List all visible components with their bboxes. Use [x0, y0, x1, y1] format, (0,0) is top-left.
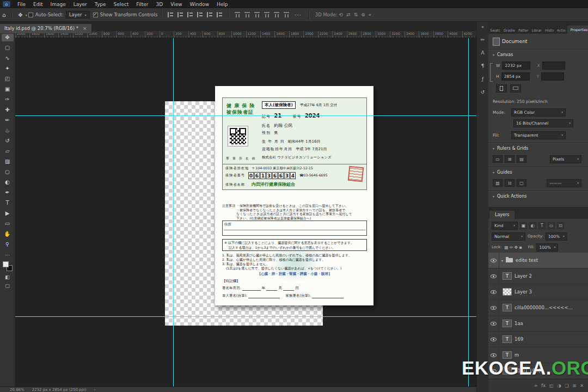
brush-tool[interactable]: ✏ — [2, 117, 14, 124]
layer-row[interactable]: Layer 3 — [488, 284, 588, 300]
horizontal-guide-top[interactable] — [15, 115, 476, 116]
add-layer-mask-icon[interactable]: ◱ — [549, 383, 554, 388]
visibility-toggle[interactable] — [488, 332, 499, 347]
blur-tool[interactable]: ○ — [2, 168, 14, 176]
pen-tool[interactable]: ✒ — [2, 189, 14, 197]
layer-row[interactable]: ▾edite text — [488, 253, 588, 268]
visibility-toggle[interactable] — [488, 316, 499, 331]
menu-help[interactable]: Help — [213, 2, 232, 7]
align-left-icon[interactable] — [167, 12, 174, 17]
delete-layer-icon[interactable]: ✕ — [580, 383, 584, 388]
foreground-color-swatch[interactable] — [3, 261, 9, 267]
menu-image[interactable]: Image — [47, 2, 70, 7]
layer-fill-dropdown[interactable]: 100% ▾ — [536, 243, 558, 252]
layer-row[interactable]: T169 — [488, 332, 588, 347]
menu-file[interactable]: File — [14, 2, 29, 7]
visibility-toggle[interactable] — [488, 300, 499, 315]
vertical-guide-right[interactable] — [468, 38, 469, 387]
lock-all-icon[interactable]: ▪ — [519, 245, 522, 250]
guide-layout-icon[interactable]: ⊟ — [505, 179, 514, 187]
distribute-right-icon[interactable] — [254, 11, 260, 18]
visibility-toggle[interactable] — [488, 253, 499, 268]
layer-row[interactable]: T1aa — [488, 316, 588, 332]
slide-3d-icon[interactable]: ⊕ — [361, 12, 365, 18]
rulers-grids-header[interactable]: ▾ Rulers & Grids — [493, 146, 528, 151]
document-tab[interactable]: Italy id.psd @ 20.7% (RGB/16) * × — [0, 24, 92, 33]
link-layers-icon[interactable]: ∞ — [534, 383, 538, 388]
character-panel-icon[interactable]: A — [481, 50, 484, 56]
screen-mode-icon[interactable]: ▢ — [5, 283, 10, 289]
menu-window[interactable]: Window — [186, 2, 213, 7]
distribute-vertical-icon[interactable] — [274, 11, 279, 18]
canvas-fill-dropdown[interactable]: Transparent ▾ — [511, 131, 566, 139]
horizontal-guide-bottom[interactable] — [15, 316, 476, 317]
color-mode-dropdown[interactable]: RGB Color ▾ — [511, 108, 566, 117]
width-input[interactable]: 2232 px — [502, 62, 530, 70]
orbit-3d-icon[interactable]: ⟲ — [339, 12, 344, 18]
menu-select[interactable]: Select — [109, 2, 132, 7]
shape-tool[interactable]: ▭ — [2, 220, 14, 228]
panel-tab-patter[interactable]: Patter — [517, 27, 530, 34]
menu-3d[interactable]: 3D — [152, 2, 167, 7]
menu-view[interactable]: View — [167, 2, 186, 7]
landscape-orientation-button[interactable] — [510, 84, 521, 93]
history-brush-tool[interactable]: ↺ — [2, 137, 14, 145]
y-input[interactable] — [541, 72, 564, 81]
scale-3d-icon[interactable]: ⌖ — [369, 12, 371, 18]
marquee-tool[interactable]: ▢ — [2, 44, 14, 52]
bit-depth-dropdown[interactable]: 16 Bits/Channel ▾ — [513, 119, 573, 127]
visibility-toggle[interactable] — [488, 268, 499, 284]
lock-transparency-icon[interactable]: ▦ — [504, 245, 509, 250]
menu-layer[interactable]: Layer — [70, 2, 91, 7]
filter-adjustment-layers-icon[interactable]: ◐ — [529, 222, 536, 229]
move-tool-icon[interactable]: ✥ — [18, 12, 22, 18]
panel-tab-swatc[interactable]: Swatc — [488, 27, 502, 34]
layer-row[interactable]: TLayer 2 — [488, 268, 588, 284]
align-bottom-icon[interactable] — [216, 12, 223, 17]
filter-type-layers-icon[interactable]: T — [538, 222, 546, 229]
group-expand-icon[interactable]: ▾ — [501, 259, 503, 262]
edit-toolbar-icon[interactable]: ··· — [5, 253, 10, 258]
filter-pixel-layers-icon[interactable]: ▣ — [520, 222, 527, 229]
roll-3d-icon[interactable]: ⇄ — [346, 12, 351, 18]
add-guide-icon[interactable]: ▥ — [493, 179, 503, 187]
panel-tab-librar[interactable]: Librar — [530, 27, 543, 34]
close-tab-icon[interactable]: × — [83, 26, 87, 31]
app-icon[interactable]: ⌂ — [3, 1, 10, 7]
grid-settings-icon[interactable]: ▤ — [517, 155, 526, 163]
menu-edit[interactable]: Edit — [29, 2, 46, 7]
hand-tool[interactable]: ✋ — [2, 230, 14, 238]
expand-panels-icon[interactable]: « — [481, 24, 485, 29]
quick-selection-tool[interactable]: ✦ — [2, 65, 14, 72]
filter-shape-layers-icon[interactable]: ▭ — [548, 222, 555, 229]
path-selection-tool[interactable]: ▶ — [2, 210, 14, 217]
document-page[interactable]: 健 康 保 険 被保険者証 事 業 所 名 称 本人(被保険者) 平成27年 6… — [215, 86, 373, 305]
auto-select-target-dropdown[interactable]: Layer ▾ — [66, 11, 90, 19]
visibility-toggle[interactable] — [488, 284, 499, 299]
distribute-horizontal-icon[interactable] — [244, 11, 250, 18]
paragraph-panel-icon[interactable]: ¶ — [481, 63, 485, 69]
height-input[interactable]: 2854 px — [501, 72, 530, 81]
x-input[interactable] — [542, 62, 565, 70]
panel-tab-actio[interactable]: Actio — [555, 27, 567, 34]
glyphs-panel-icon[interactable]: ƒ — [482, 76, 483, 82]
eyedropper-tool[interactable]: ✑ — [2, 96, 14, 103]
clear-guides-icon[interactable]: ▢ — [517, 179, 526, 187]
layer-row[interactable]: Tcilla0000000...<<<<<<<<0 d — [488, 300, 588, 316]
zoom-level[interactable]: 20.66% — [10, 388, 24, 392]
portrait-orientation-button[interactable] — [496, 84, 507, 93]
layer-filter-dropdown[interactable]: Kind ▾ — [492, 222, 518, 230]
show-transform-checkbox[interactable] — [93, 13, 98, 17]
vertical-guide-left[interactable] — [173, 38, 174, 387]
menu-type[interactable]: Type — [91, 2, 110, 7]
layer-effects-icon[interactable]: fx — [541, 383, 546, 388]
panel-tab-properties[interactable]: Properties — [567, 26, 588, 34]
align-center-horizontal-icon[interactable] — [177, 12, 183, 17]
lock-pixels-icon[interactable]: ✏ — [510, 245, 513, 250]
more-options-icon[interactable]: ··· — [295, 12, 302, 18]
panel-tab-histo[interactable]: Histo — [543, 27, 555, 34]
panel-tab-gradie[interactable]: Gradie — [502, 27, 517, 34]
tool-preset-caret-icon[interactable]: ▾ — [26, 13, 27, 17]
new-adjustment-layer-icon[interactable]: ◑ — [557, 383, 561, 388]
new-group-icon[interactable]: ❑ — [565, 383, 568, 388]
